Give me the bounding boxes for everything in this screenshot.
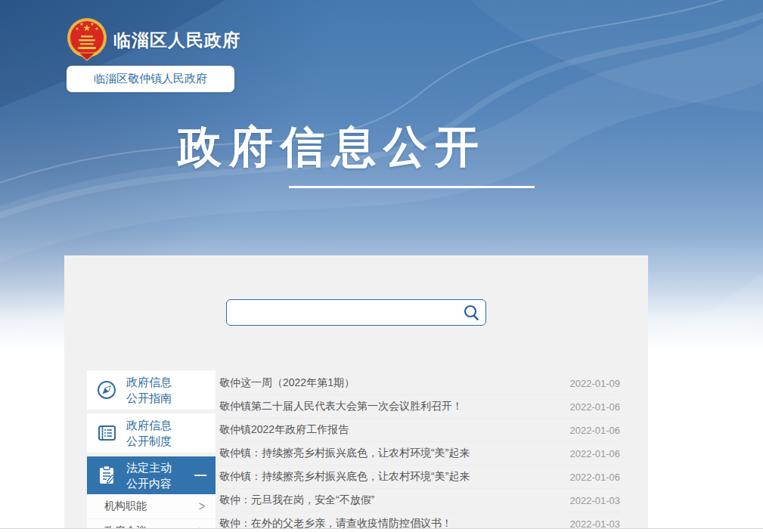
news-date: 2022-01-06 — [570, 425, 621, 436]
search-input[interactable] — [227, 300, 458, 325]
news-title: 敬仲镇：持续擦亮乡村振兴底色，让农村环境“美”起来 — [219, 470, 470, 484]
sidebar-submenu: 机构职能 > 政府会议 > — [87, 494, 216, 532]
news-title: 敬仲这一周（2022年第1期） — [219, 376, 355, 390]
compass-icon — [87, 378, 126, 402]
news-title: 敬仲：元旦我在岗，安全“不放假” — [219, 493, 374, 507]
sidebar-item-guide[interactable]: 政府信息 公开指南 — [87, 370, 216, 410]
sidebar-item-label: 法定主动 公开内容 — [126, 459, 172, 491]
svg-text:★: ★ — [75, 26, 79, 31]
content-panel: 政府信息 公开指南 — [64, 255, 648, 532]
search-bar — [226, 299, 486, 326]
svg-text:★: ★ — [90, 22, 94, 26]
news-row[interactable]: 敬仲：元旦我在岗，安全“不放假” 2022-01-03 — [219, 489, 620, 512]
search-icon — [463, 304, 481, 322]
news-list: 敬仲这一周（2022年第1期） 2022-01-09 敬仲镇第二十届人民代表大会… — [219, 372, 620, 532]
collapse-minus-icon[interactable]: — — [194, 469, 206, 482]
sidebar-item-statutory-disclosure[interactable]: 法定主动 公开内容 — — [87, 456, 216, 494]
national-emblem-logo: ★ ★ ★ ★ ★ — [67, 17, 107, 63]
news-date: 2022-01-03 — [570, 495, 621, 506]
news-row[interactable]: 敬仲镇：持续擦亮乡村振兴底色，让农村环境“美”起来 2022-01-06 — [219, 466, 620, 489]
news-title: 敬仲镇第二十届人民代表大会第一次会议胜利召开！ — [219, 400, 463, 413]
sidebar: 政府信息 公开指南 — [87, 370, 216, 532]
news-date: 2022-01-06 — [570, 448, 621, 459]
search-button[interactable] — [458, 300, 485, 325]
org-badge[interactable]: 临淄区敬仲镇人民政府 — [67, 66, 234, 92]
news-date: 2022-01-06 — [570, 472, 621, 483]
news-row[interactable]: 敬仲镇：持续擦亮乡村振兴底色，让农村环境“美”起来 2022-01-06 — [219, 442, 620, 466]
news-date: 2022-01-09 — [570, 378, 621, 389]
org-badge-label: 临淄区敬仲镇人民政府 — [94, 72, 207, 86]
news-row[interactable]: 敬仲镇第二十届人民代表大会第一次会议胜利召开！ 2022-01-06 — [219, 395, 620, 419]
svg-text:★: ★ — [79, 22, 83, 26]
news-title: 敬仲镇2022年政府工作报告 — [219, 423, 349, 437]
svg-text:★: ★ — [95, 26, 98, 31]
document-lines-icon — [87, 421, 126, 445]
chevron-right-icon: > — [199, 499, 205, 515]
news-row[interactable]: 敬仲这一周（2022年第1期） 2022-01-09 — [219, 372, 620, 395]
banner-underline — [289, 186, 535, 188]
news-row[interactable]: 敬仲镇2022年政府工作报告 2022-01-06 — [219, 419, 620, 442]
sidebar-item-system[interactable]: 政府信息 公开制度 — [87, 413, 216, 453]
sidebar-item-label: 政府信息 公开指南 — [126, 374, 172, 406]
window-bottom-border — [0, 528, 763, 532]
banner-title: 政府信息公开 — [178, 122, 486, 172]
page: ★ ★ ★ ★ ★ 临淄区人民政府 临淄区敬仲镇人民政府 政府信息公开 — [0, 0, 763, 532]
site-title: 临淄区人民政府 — [113, 29, 240, 52]
submenu-item-agency-functions[interactable]: 机构职能 > — [87, 494, 216, 518]
clipboard-pen-icon — [87, 463, 126, 487]
news-title: 敬仲镇：持续擦亮乡村振兴底色，让农村环境“美”起来 — [219, 447, 470, 460]
sidebar-item-label: 政府信息 公开制度 — [126, 417, 172, 449]
news-date: 2022-01-06 — [570, 401, 621, 413]
